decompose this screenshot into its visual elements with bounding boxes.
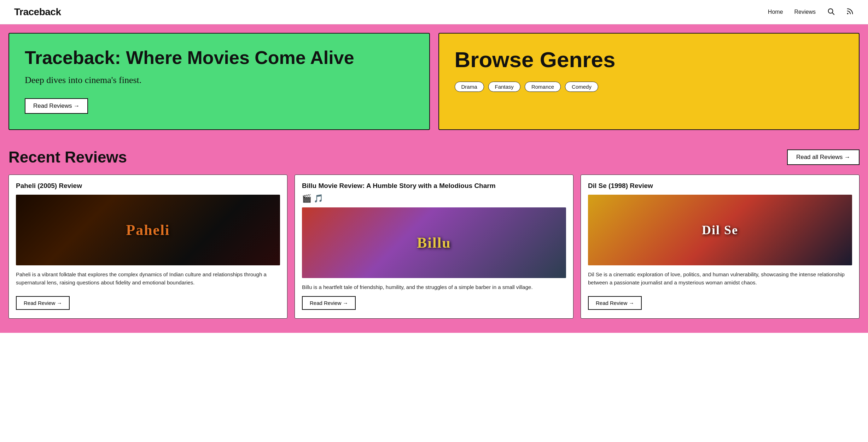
- review-card-dilse: Dil Se (1998) Review Dil Se Dil Se is a …: [581, 175, 860, 319]
- svg-point-2: [847, 13, 848, 14]
- recent-reviews-section: Recent Reviews Read all Reviews → Paheli…: [0, 139, 868, 333]
- read-review-paheli-button[interactable]: Read Review →: [16, 296, 70, 310]
- hero-section: Traceback: Where Movies Come Alive Deep …: [0, 24, 868, 139]
- search-icon[interactable]: [827, 7, 835, 17]
- read-review-billu-button[interactable]: Read Review →: [302, 296, 356, 310]
- review-card-billu: Billu Movie Review: A Humble Story with …: [295, 175, 573, 319]
- read-all-reviews-button[interactable]: Read all Reviews →: [787, 149, 860, 165]
- genre-romance[interactable]: Romance: [525, 82, 561, 92]
- site-logo[interactable]: Traceback: [14, 6, 61, 18]
- hero-subtitle: Deep dives into cinema's finest.: [25, 75, 414, 86]
- review-cards-grid: Paheli (2005) Review Paheli Paheli is a …: [8, 175, 860, 319]
- card-description-dilse: Dil Se is a cinematic exploration of lov…: [588, 270, 852, 291]
- card-icons-billu: 🎬 🎵: [302, 195, 566, 202]
- genre-tags: Drama Fantasy Romance Comedy: [455, 82, 844, 92]
- nav-right: Home Reviews: [768, 7, 854, 17]
- navbar: Traceback Home Reviews: [0, 0, 868, 24]
- browse-card: Browse Genres Drama Fantasy Romance Come…: [438, 33, 860, 130]
- card-image-billu: Billu: [302, 207, 566, 278]
- genre-fantasy[interactable]: Fantasy: [488, 82, 520, 92]
- genre-comedy[interactable]: Comedy: [565, 82, 598, 92]
- paheli-image-text: Paheli: [126, 222, 170, 238]
- dilse-image-text: Dil Se: [702, 223, 738, 237]
- rss-icon[interactable]: [846, 7, 854, 17]
- card-description-paheli: Paheli is a vibrant folktale that explor…: [16, 270, 280, 291]
- billu-image-text: Billu: [417, 234, 451, 251]
- svg-line-1: [832, 13, 834, 14]
- hero-card: Traceback: Where Movies Come Alive Deep …: [8, 33, 430, 130]
- nav-home-link[interactable]: Home: [768, 9, 783, 15]
- read-review-dilse-button[interactable]: Read Review →: [588, 296, 642, 310]
- genre-drama[interactable]: Drama: [455, 82, 484, 92]
- hero-title: Traceback: Where Movies Come Alive: [25, 48, 414, 68]
- read-reviews-button[interactable]: Read Reviews →: [25, 98, 88, 114]
- card-title-dilse: Dil Se (1998) Review: [588, 182, 852, 190]
- card-title-billu: Billu Movie Review: A Humble Story with …: [302, 182, 566, 190]
- review-card-paheli: Paheli (2005) Review Paheli Paheli is a …: [8, 175, 287, 319]
- reviews-header: Recent Reviews Read all Reviews →: [8, 148, 860, 166]
- card-image-paheli: Paheli: [16, 195, 280, 265]
- card-image-dilse: Dil Se: [588, 195, 852, 265]
- nav-reviews-link[interactable]: Reviews: [794, 9, 816, 15]
- card-description-billu: Billu is a heartfelt tale of friendship,…: [302, 283, 566, 291]
- browse-genres-title: Browse Genres: [455, 48, 844, 72]
- card-title-paheli: Paheli (2005) Review: [16, 182, 280, 190]
- recent-reviews-title: Recent Reviews: [8, 148, 127, 166]
